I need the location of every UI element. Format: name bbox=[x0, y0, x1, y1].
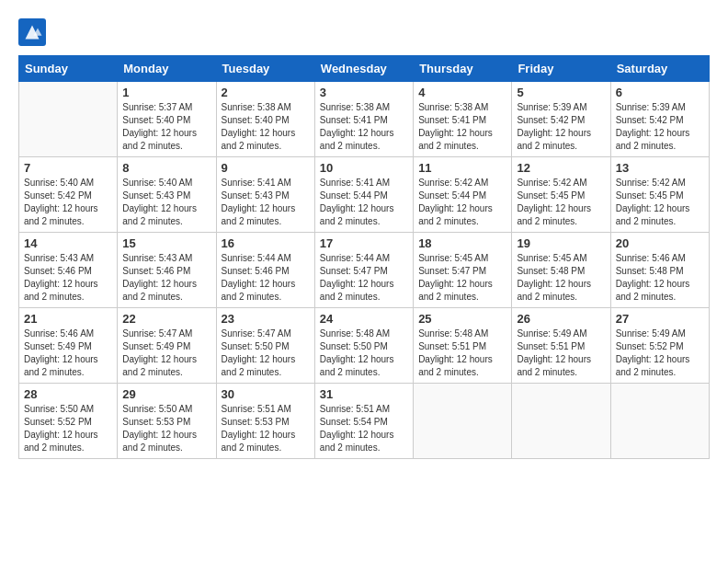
calendar-cell bbox=[512, 384, 610, 459]
calendar-cell: 9Sunrise: 5:41 AMSunset: 5:43 PMDaylight… bbox=[216, 157, 314, 233]
day-info: Sunrise: 5:39 AMSunset: 5:42 PMDaylight:… bbox=[616, 101, 704, 153]
day-info: Sunrise: 5:44 AMSunset: 5:46 PMDaylight:… bbox=[222, 252, 310, 304]
calendar-cell bbox=[19, 82, 118, 157]
calendar-cell: 19Sunrise: 5:45 AMSunset: 5:48 PMDayligh… bbox=[512, 233, 610, 308]
calendar-cell: 6Sunrise: 5:39 AMSunset: 5:42 PMDaylight… bbox=[610, 82, 709, 157]
calendar-cell: 5Sunrise: 5:39 AMSunset: 5:42 PMDaylight… bbox=[512, 82, 610, 157]
day-number: 16 bbox=[222, 236, 310, 250]
day-number: 21 bbox=[24, 312, 112, 326]
calendar-cell bbox=[414, 384, 512, 459]
calendar-cell: 21Sunrise: 5:46 AMSunset: 5:49 PMDayligh… bbox=[19, 308, 118, 384]
calendar-cell: 8Sunrise: 5:40 AMSunset: 5:43 PMDaylight… bbox=[118, 157, 216, 233]
day-info: Sunrise: 5:47 AMSunset: 5:50 PMDaylight:… bbox=[222, 327, 310, 379]
day-number: 15 bbox=[122, 236, 210, 250]
calendar-cell: 12Sunrise: 5:42 AMSunset: 5:45 PMDayligh… bbox=[512, 157, 610, 233]
day-number: 11 bbox=[418, 161, 506, 175]
calendar-cell: 22Sunrise: 5:47 AMSunset: 5:49 PMDayligh… bbox=[118, 308, 216, 384]
calendar-week-row: 14Sunrise: 5:43 AMSunset: 5:46 PMDayligh… bbox=[19, 233, 710, 308]
day-info: Sunrise: 5:43 AMSunset: 5:46 PMDaylight:… bbox=[122, 252, 210, 304]
day-info: Sunrise: 5:47 AMSunset: 5:49 PMDaylight:… bbox=[122, 327, 210, 379]
day-header-saturday: Saturday bbox=[610, 56, 709, 82]
day-number: 25 bbox=[418, 312, 506, 326]
day-info: Sunrise: 5:42 AMSunset: 5:45 PMDaylight:… bbox=[616, 177, 704, 228]
day-info: Sunrise: 5:38 AMSunset: 5:41 PMDaylight:… bbox=[418, 101, 506, 153]
day-info: Sunrise: 5:46 AMSunset: 5:49 PMDaylight:… bbox=[24, 327, 112, 379]
day-info: Sunrise: 5:45 AMSunset: 5:47 PMDaylight:… bbox=[418, 252, 506, 304]
day-info: Sunrise: 5:50 AMSunset: 5:52 PMDaylight:… bbox=[24, 403, 112, 454]
day-info: Sunrise: 5:38 AMSunset: 5:40 PMDaylight:… bbox=[222, 101, 310, 153]
day-number: 28 bbox=[24, 387, 112, 401]
calendar-week-row: 7Sunrise: 5:40 AMSunset: 5:42 PMDaylight… bbox=[19, 157, 710, 233]
day-header-sunday: Sunday bbox=[19, 56, 118, 82]
day-info: Sunrise: 5:42 AMSunset: 5:45 PMDaylight:… bbox=[517, 177, 605, 228]
calendar-cell: 1Sunrise: 5:37 AMSunset: 5:40 PMDaylight… bbox=[118, 82, 216, 157]
day-info: Sunrise: 5:42 AMSunset: 5:44 PMDaylight:… bbox=[418, 177, 506, 228]
day-info: Sunrise: 5:41 AMSunset: 5:43 PMDaylight:… bbox=[222, 177, 310, 228]
calendar-cell: 30Sunrise: 5:51 AMSunset: 5:53 PMDayligh… bbox=[216, 384, 314, 459]
calendar-cell: 7Sunrise: 5:40 AMSunset: 5:42 PMDaylight… bbox=[19, 157, 118, 233]
day-info: Sunrise: 5:40 AMSunset: 5:42 PMDaylight:… bbox=[24, 177, 112, 228]
calendar-cell: 26Sunrise: 5:49 AMSunset: 5:51 PMDayligh… bbox=[512, 308, 610, 384]
calendar-cell: 24Sunrise: 5:48 AMSunset: 5:50 PMDayligh… bbox=[314, 308, 413, 384]
day-info: Sunrise: 5:49 AMSunset: 5:51 PMDaylight:… bbox=[517, 327, 605, 379]
day-info: Sunrise: 5:40 AMSunset: 5:43 PMDaylight:… bbox=[122, 177, 210, 228]
day-number: 20 bbox=[616, 236, 704, 250]
day-number: 6 bbox=[616, 86, 704, 99]
calendar-cell bbox=[610, 384, 709, 459]
calendar-week-row: 21Sunrise: 5:46 AMSunset: 5:49 PMDayligh… bbox=[19, 308, 710, 384]
day-header-thursday: Thursday bbox=[414, 56, 512, 82]
calendar-cell: 3Sunrise: 5:38 AMSunset: 5:41 PMDaylight… bbox=[314, 82, 413, 157]
day-info: Sunrise: 5:37 AMSunset: 5:40 PMDaylight:… bbox=[122, 101, 210, 153]
day-number: 5 bbox=[517, 86, 605, 99]
day-number: 18 bbox=[418, 236, 506, 250]
calendar-cell: 11Sunrise: 5:42 AMSunset: 5:44 PMDayligh… bbox=[414, 157, 512, 233]
day-number: 9 bbox=[222, 161, 310, 175]
calendar-cell: 25Sunrise: 5:48 AMSunset: 5:51 PMDayligh… bbox=[414, 308, 512, 384]
day-number: 29 bbox=[122, 387, 210, 401]
day-header-wednesday: Wednesday bbox=[314, 56, 413, 82]
day-number: 3 bbox=[320, 86, 408, 99]
page-header bbox=[18, 18, 710, 46]
day-number: 12 bbox=[517, 161, 605, 175]
day-info: Sunrise: 5:50 AMSunset: 5:53 PMDaylight:… bbox=[122, 403, 210, 454]
day-number: 17 bbox=[320, 236, 408, 250]
day-info: Sunrise: 5:49 AMSunset: 5:52 PMDaylight:… bbox=[616, 327, 704, 379]
calendar-cell: 16Sunrise: 5:44 AMSunset: 5:46 PMDayligh… bbox=[216, 233, 314, 308]
calendar-cell: 27Sunrise: 5:49 AMSunset: 5:52 PMDayligh… bbox=[610, 308, 709, 384]
day-info: Sunrise: 5:44 AMSunset: 5:47 PMDaylight:… bbox=[320, 252, 408, 304]
calendar-cell: 20Sunrise: 5:46 AMSunset: 5:48 PMDayligh… bbox=[610, 233, 709, 308]
day-number: 19 bbox=[517, 236, 605, 250]
day-info: Sunrise: 5:51 AMSunset: 5:53 PMDaylight:… bbox=[222, 403, 310, 454]
day-number: 13 bbox=[616, 161, 704, 175]
day-number: 4 bbox=[418, 86, 506, 99]
day-number: 2 bbox=[222, 86, 310, 99]
day-info: Sunrise: 5:39 AMSunset: 5:42 PMDaylight:… bbox=[517, 101, 605, 153]
calendar-header-row: SundayMondayTuesdayWednesdayThursdayFrid… bbox=[19, 56, 710, 82]
calendar-cell: 31Sunrise: 5:51 AMSunset: 5:54 PMDayligh… bbox=[314, 384, 413, 459]
calendar-cell: 14Sunrise: 5:43 AMSunset: 5:46 PMDayligh… bbox=[19, 233, 118, 308]
day-number: 31 bbox=[320, 387, 408, 401]
day-number: 22 bbox=[122, 312, 210, 326]
calendar-cell: 18Sunrise: 5:45 AMSunset: 5:47 PMDayligh… bbox=[414, 233, 512, 308]
day-info: Sunrise: 5:46 AMSunset: 5:48 PMDaylight:… bbox=[616, 252, 704, 304]
calendar-cell: 4Sunrise: 5:38 AMSunset: 5:41 PMDaylight… bbox=[414, 82, 512, 157]
calendar-cell: 28Sunrise: 5:50 AMSunset: 5:52 PMDayligh… bbox=[19, 384, 118, 459]
logo-icon bbox=[18, 18, 46, 46]
calendar-cell: 17Sunrise: 5:44 AMSunset: 5:47 PMDayligh… bbox=[314, 233, 413, 308]
day-number: 23 bbox=[222, 312, 310, 326]
calendar-cell: 15Sunrise: 5:43 AMSunset: 5:46 PMDayligh… bbox=[118, 233, 216, 308]
calendar-cell: 2Sunrise: 5:38 AMSunset: 5:40 PMDaylight… bbox=[216, 82, 314, 157]
day-header-friday: Friday bbox=[512, 56, 610, 82]
calendar-week-row: 28Sunrise: 5:50 AMSunset: 5:52 PMDayligh… bbox=[19, 384, 710, 459]
calendar-table: SundayMondayTuesdayWednesdayThursdayFrid… bbox=[18, 55, 710, 459]
day-info: Sunrise: 5:48 AMSunset: 5:50 PMDaylight:… bbox=[320, 327, 408, 379]
day-number: 10 bbox=[320, 161, 408, 175]
day-number: 27 bbox=[616, 312, 704, 326]
day-info: Sunrise: 5:48 AMSunset: 5:51 PMDaylight:… bbox=[418, 327, 506, 379]
day-number: 7 bbox=[24, 161, 112, 175]
day-info: Sunrise: 5:45 AMSunset: 5:48 PMDaylight:… bbox=[517, 252, 605, 304]
calendar-cell: 29Sunrise: 5:50 AMSunset: 5:53 PMDayligh… bbox=[118, 384, 216, 459]
day-info: Sunrise: 5:38 AMSunset: 5:41 PMDaylight:… bbox=[320, 101, 408, 153]
logo bbox=[18, 18, 50, 46]
day-number: 26 bbox=[517, 312, 605, 326]
